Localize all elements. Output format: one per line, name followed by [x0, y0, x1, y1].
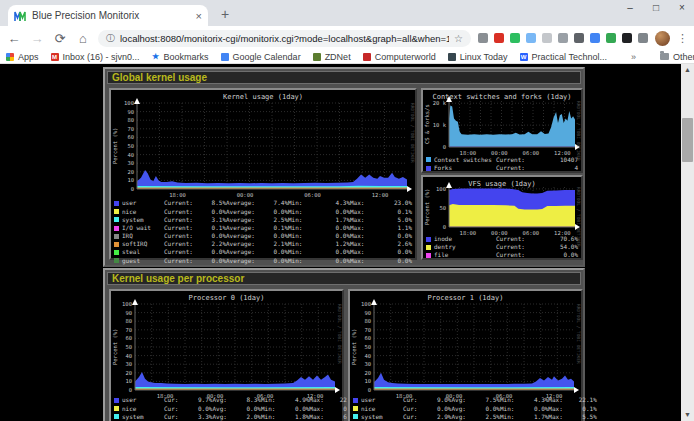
legend-stat-label: Min:: [288, 217, 318, 224]
legend-stat-value: 0.0%: [256, 209, 288, 216]
legend-stat-value: 1.8%: [275, 414, 309, 421]
other-bookmarks[interactable]: Other bookmarks: [660, 52, 694, 62]
legend-stat-value: 10407: [540, 157, 578, 164]
legend-stat-value: 0.0%: [417, 406, 451, 413]
processor-1-graph[interactable]: Processor 1 (1day)Percent (%)01020304050…: [348, 289, 583, 421]
vfs-usage-graph[interactable]: VFS usage (1day)Percent (%)05010018:0000…: [421, 175, 583, 260]
legend-stat-value: 7.5%: [466, 397, 500, 404]
forward-icon[interactable]: →: [29, 31, 45, 46]
reload-icon[interactable]: ⟳: [52, 31, 68, 46]
graph-title: Kernel usage (1day): [111, 93, 415, 101]
audio-extension-icon[interactable]: [558, 33, 568, 43]
y-tick-label: 20 k: [430, 100, 446, 106]
bookmark-item[interactable]: WPractical Technol...: [520, 52, 607, 62]
minimize-button[interactable]: –: [624, 2, 636, 13]
legend-stat-value: 2.5%: [466, 414, 500, 421]
bookmark-favicon: [313, 53, 321, 61]
bookmark-item[interactable]: ★Bookmarks: [152, 52, 209, 62]
y-tick-label: 30: [355, 361, 371, 367]
y-tick-label: 50: [118, 143, 134, 149]
legend-stat-value: 8.5%: [194, 200, 226, 207]
browser-tab[interactable]: Blue Precision Monitorix ×: [8, 5, 208, 26]
apps-grid-icon: [6, 53, 14, 61]
page-scrollbar[interactable]: ▲ ▼: [681, 64, 694, 421]
legend-stat-label: Min:: [261, 406, 275, 413]
legend-swatch: [114, 217, 119, 222]
legend-stat-value: 9.7%: [178, 397, 212, 404]
legend-stat-value: 0.0%: [380, 233, 412, 240]
y-tick-label: 80: [355, 318, 371, 324]
notes-extension-icon[interactable]: [638, 33, 648, 43]
home-icon[interactable]: ⌂: [75, 31, 91, 46]
bookmark-item[interactable]: Computerworld: [363, 52, 436, 62]
kernel-usage-graph[interactable]: Kernel usage (1day)Percent (%)0102030405…: [109, 88, 417, 260]
tab-title: Blue Precision Monitorix: [32, 10, 192, 21]
legend-stat-label: Average:: [226, 233, 256, 240]
browser-menu-icon[interactable]: ⋮: [677, 32, 688, 45]
graph-title: Context switches and forks (1day): [423, 93, 581, 101]
green-extension-icon[interactable]: [606, 33, 616, 43]
legend-swatch: [353, 406, 358, 411]
gray-extension-icon[interactable]: [542, 33, 552, 43]
bookmark-item[interactable]: Linux Today: [448, 52, 508, 62]
legend-stat-value: 0.0%: [318, 258, 350, 265]
y-tick-label: 50: [116, 344, 132, 350]
tab-close-icon[interactable]: ×: [196, 10, 202, 22]
legend-stat-label: Min:: [288, 200, 318, 207]
x-axis-arrow-icon: [335, 387, 340, 393]
mail-extension-icon[interactable]: [494, 33, 504, 43]
bookmark-item[interactable]: ZDNet: [313, 52, 351, 62]
legend-stat-label: Cur:: [164, 397, 178, 404]
y-tick-label: 10: [116, 378, 132, 384]
rrdtool-watermark: RRDTOOL / TOBI OETIKER: [410, 103, 415, 163]
url-text[interactable]: localhost:8080/monitorix-cgi/monitorix.c…: [120, 33, 449, 44]
legend-series-name: dentry: [434, 244, 496, 251]
page-info-icon[interactable]: ⓘ: [106, 32, 115, 45]
maximize-button[interactable]: □: [650, 2, 662, 13]
pin-extension-icon[interactable]: [622, 33, 632, 43]
y-tick-label: 70: [116, 327, 132, 333]
y-tick-label: 20: [355, 370, 371, 376]
legend-swatch: [114, 398, 119, 403]
legend-stat-value: 4: [540, 165, 578, 172]
clipper-extension-icon[interactable]: [510, 33, 520, 43]
legend-stat-label: Current:: [164, 200, 194, 207]
legend-stat-label: Min:: [500, 406, 514, 413]
bookmarks-bar: Apps MInbox (16) - sjvn0...★BookmarksGoo…: [0, 50, 694, 64]
new-tab-button[interactable]: +: [216, 6, 234, 24]
legend-stat-value: 0.0%: [194, 249, 226, 256]
close-button[interactable]: ×: [676, 2, 688, 13]
back-icon[interactable]: ←: [6, 31, 22, 46]
legend-stat-value: 1.1%: [380, 225, 412, 232]
legend-stat-label: Avg:: [451, 414, 465, 421]
legend-stat-value: 0.0%: [466, 406, 500, 413]
legend-swatch: [353, 414, 358, 419]
legend-series-name: user: [122, 200, 164, 207]
bookmarks-overflow-chevron[interactable]: »: [631, 52, 636, 62]
profile-avatar[interactable]: [655, 31, 670, 46]
legend-stat-value: 0.1%: [256, 225, 288, 232]
scroll-up-icon[interactable]: ▲: [681, 64, 694, 76]
legend-stat-value: 0.0%: [194, 258, 226, 265]
copy-extension-icon[interactable]: [526, 33, 536, 43]
rrdtool-watermark: RRDTOOL / TOBI OETIKER: [576, 101, 581, 161]
processor-0-graph[interactable]: Processor 0 (1day)Percent (%)01020304050…: [109, 289, 344, 421]
bookmark-item[interactable]: MInbox (16) - sjvn0...: [51, 52, 140, 62]
legend-stat-label: Max:: [548, 397, 562, 404]
legend-stat-value: 1.7%: [514, 414, 548, 421]
context-switches-graph[interactable]: Context switches and forks (1day)CS & fo…: [421, 88, 583, 173]
apps-shortcut[interactable]: Apps: [6, 52, 39, 62]
scrollbar-thumb[interactable]: [682, 118, 693, 162]
legend-series-name: Context switches: [434, 157, 496, 164]
bookmark-item[interactable]: Google Calendar: [221, 52, 301, 62]
scroll-down-icon[interactable]: ▼: [681, 409, 694, 421]
address-bar[interactable]: ⓘ localhost:8080/monitorix-cgi/monitorix…: [98, 30, 471, 47]
legend-stat-label: Min:: [288, 249, 318, 256]
y-tick-label: 80: [118, 117, 134, 123]
legend-stat-value: 22.1%: [563, 397, 597, 404]
dark-extension-icon[interactable]: [574, 33, 584, 43]
blue-extension-icon[interactable]: [590, 33, 600, 43]
bookmark-star-icon[interactable]: ☆: [454, 33, 463, 44]
search-extension-icon[interactable]: [478, 33, 488, 43]
legend-swatch: [114, 234, 119, 239]
